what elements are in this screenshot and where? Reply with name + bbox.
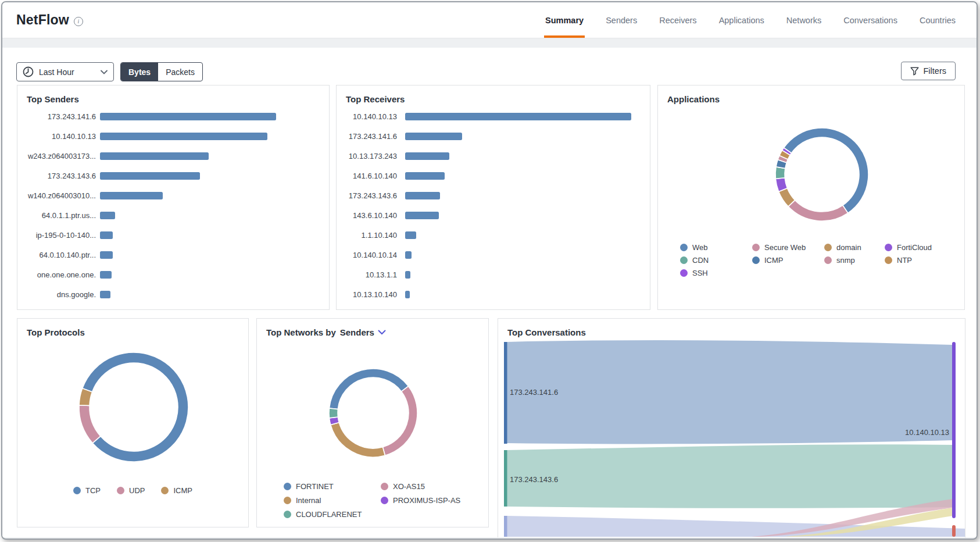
bar[interactable] <box>405 251 412 259</box>
bar[interactable] <box>405 113 631 120</box>
sankey-node-sender-2[interactable] <box>504 450 507 507</box>
legend-item-snmp[interactable]: snmp <box>824 256 885 265</box>
bar[interactable] <box>100 172 200 180</box>
legend-item-domain[interactable]: domain <box>824 243 885 252</box>
legend-item-icmp[interactable]: ICMP <box>161 486 192 495</box>
bar[interactable] <box>405 192 440 199</box>
tab-receivers[interactable]: Receivers <box>658 2 698 38</box>
bar[interactable] <box>405 133 462 140</box>
bar[interactable] <box>100 231 113 239</box>
tab-senders[interactable]: Senders <box>605 2 638 38</box>
bar-row: 173.243.141.6 <box>27 112 317 121</box>
tab-networks[interactable]: Networks <box>785 2 822 38</box>
legend-dot <box>73 487 81 494</box>
top-conversations-panel: Top Conversations 173.243.141.6 173.243.… <box>498 318 965 537</box>
bar[interactable] <box>405 231 416 239</box>
bar[interactable] <box>100 212 115 219</box>
bar-category-label: 10.13.10.140 <box>346 290 397 299</box>
top-protocols-donut-chart <box>17 319 249 475</box>
top-networks-legend: FORTINETXO-AS15InternalPROXIMUS-ISP-ASCL… <box>284 482 460 519</box>
bar[interactable] <box>405 212 439 219</box>
filters-button[interactable]: Filters <box>901 62 956 80</box>
bar-row: 10.13.10.140 <box>346 290 638 299</box>
bar[interactable] <box>100 251 113 259</box>
top-protocols-title: Top Protocols <box>27 327 85 337</box>
legend-label: ICMP <box>173 486 192 495</box>
bar[interactable] <box>100 133 267 140</box>
legend-dot <box>752 244 760 251</box>
tab-countries[interactable]: Countries <box>918 2 957 38</box>
legend-label: CLOUDFLARENET <box>296 510 362 519</box>
legend-item-fortinet[interactable]: FORTINET <box>284 482 381 491</box>
bar-category-label: 173.243.143.6 <box>27 172 96 180</box>
bar[interactable] <box>100 192 163 199</box>
legend-item-ssh[interactable]: SSH <box>680 269 752 277</box>
sankey-node-sender-1[interactable] <box>504 342 507 444</box>
bar-track <box>100 152 317 160</box>
donut-slice-FORTINET[interactable] <box>329 369 408 409</box>
bar[interactable] <box>100 113 276 120</box>
legend-item-secure-web[interactable]: Secure Web <box>752 243 824 252</box>
bar-category-label: 173.243.141.6 <box>27 112 96 121</box>
packets-button[interactable]: Packets <box>158 63 202 81</box>
bar-category-label: 10.13.1.1 <box>346 270 397 279</box>
applications-title: Applications <box>667 94 720 104</box>
sankey-flow-band-2[interactable] <box>507 444 953 508</box>
bar[interactable] <box>405 271 410 279</box>
legend-item-cloudflarenet[interactable]: CLOUDFLARENET <box>284 510 381 519</box>
legend-item-proximus-isp-as[interactable]: PROXIMUS-ISP-AS <box>381 496 460 505</box>
bar-track <box>100 113 317 120</box>
legend-label: Secure Web <box>764 243 806 252</box>
bar-row: 143.6.10.140 <box>346 211 638 220</box>
bar-row: 10.13.1.1 <box>346 270 638 279</box>
info-icon[interactable]: i <box>74 17 83 26</box>
top-networks-donut-chart <box>257 334 489 478</box>
sankey-flow-band-1[interactable] <box>507 340 953 444</box>
bar[interactable] <box>405 152 449 160</box>
top-receivers-panel: Top Receivers 10.140.10.13173.243.141.61… <box>336 85 650 310</box>
bar-row: w243.z064003173... <box>27 152 317 161</box>
bar-track <box>100 251 317 259</box>
legend-item-xo-as15[interactable]: XO-AS15 <box>381 482 460 491</box>
sankey-node-receiver-1[interactable] <box>952 342 956 518</box>
legend-item-ntp[interactable]: NTP <box>885 256 932 265</box>
tab-conversations[interactable]: Conversations <box>842 2 899 38</box>
donut-slice-Web[interactable] <box>784 128 868 213</box>
sankey-node-receiver-2[interactable] <box>952 525 956 537</box>
legend-item-internal[interactable]: Internal <box>284 496 381 505</box>
legend-label: Web <box>692 243 708 252</box>
legend-item-icmp[interactable]: ICMP <box>752 256 824 265</box>
bar-row: 173.243.141.6 <box>346 132 638 141</box>
legend-item-udp[interactable]: UDP <box>117 486 145 495</box>
donut-slice-TCP[interactable] <box>83 352 188 462</box>
tab-applications[interactable]: Applications <box>718 2 766 38</box>
bar-track <box>405 172 638 180</box>
sankey-node-sender-3[interactable] <box>504 516 507 537</box>
bar-row: 10.13.173.243 <box>346 152 638 161</box>
bar-row: dns.google. <box>27 290 317 299</box>
time-range-select[interactable]: Last Hour <box>16 62 114 81</box>
bar[interactable] <box>100 291 110 298</box>
donut-slice-CDN[interactable] <box>775 167 785 179</box>
legend-item-web[interactable]: Web <box>680 243 752 252</box>
donut-slice-XO-AS15[interactable] <box>382 386 417 455</box>
donut-slice-Internal[interactable] <box>331 422 385 457</box>
bar-track <box>405 251 638 259</box>
legend-item-tcp[interactable]: TCP <box>73 486 101 495</box>
donut-slice-Secure Web[interactable] <box>788 200 848 221</box>
legend-item-cdn[interactable]: CDN <box>680 256 752 265</box>
bar[interactable] <box>100 152 209 160</box>
bar-track <box>100 231 317 239</box>
donut-slice-ICMP[interactable] <box>79 388 92 406</box>
bytes-button[interactable]: Bytes <box>121 63 158 81</box>
bar[interactable] <box>100 271 112 279</box>
donut-slice-UDP[interactable] <box>79 405 101 443</box>
chevron-down-icon <box>101 70 108 74</box>
tab-summary[interactable]: Summary <box>544 2 585 38</box>
bar[interactable] <box>405 172 445 180</box>
legend-item-forticloud[interactable]: FortiCloud <box>885 243 932 252</box>
bar-track <box>100 133 317 140</box>
legend-label: domain <box>836 243 861 252</box>
donut-slice-CLOUDFLARENET[interactable] <box>329 408 338 418</box>
bar[interactable] <box>405 291 410 298</box>
